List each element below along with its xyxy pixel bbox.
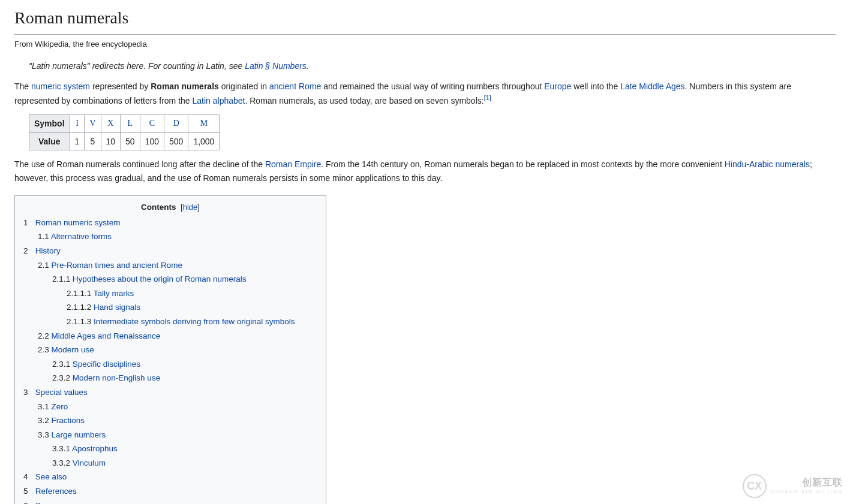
bold-roman-numerals: Roman numerals — [151, 82, 219, 91]
link-europe[interactable]: Europe — [544, 82, 571, 91]
toc-item: 3.3 Large numbers3.3.1 Apostrophus3.3.2 … — [38, 428, 317, 470]
toc-item: 2.1.1.2 Hand signals — [67, 301, 317, 314]
toc-sublist: 2.1 Pre-Roman times and ancient Rome2.1.… — [23, 259, 317, 385]
symbol-link[interactable]: I — [76, 119, 79, 128]
symbol-link[interactable]: D — [173, 119, 179, 128]
value-cell: 50 — [121, 132, 140, 150]
symbols-table: Symbol I V X L C D M Value 1 5 10 50 100… — [29, 114, 220, 150]
watermark-logo-icon: CX — [743, 474, 767, 498]
toc-link[interactable]: Tally marks — [94, 289, 134, 298]
value-cell: 1,000 — [188, 132, 220, 150]
toc-item: 3.1 Zero — [38, 400, 317, 414]
toc-number: 2.1.1.2 — [67, 301, 91, 314]
value-cell: 1 — [70, 132, 85, 150]
toc-number: 2.1 — [38, 259, 49, 272]
toc-link[interactable]: Zero — [52, 402, 68, 411]
toc-number: 2.3 — [38, 343, 49, 357]
toc-item: 1 Roman numeric system1.1 Alternative fo… — [23, 216, 317, 243]
toc-link[interactable]: Large numbers — [52, 430, 106, 439]
watermark: CX 创新互联 CHUANG XIN HU LIAN — [743, 474, 843, 498]
toc-number: 1.1 — [38, 230, 49, 243]
toc-item: 3 Special values3.1 Zero3.2 Fractions3.3… — [23, 386, 317, 470]
symbol-link[interactable]: M — [200, 119, 208, 128]
symbol-link[interactable]: X — [107, 119, 113, 128]
toc-number: 2.2 — [38, 330, 49, 343]
toc-number: 2 — [23, 245, 33, 258]
toc-link[interactable]: Modern non-English use — [73, 373, 160, 382]
toc-item: 2.1 Pre-Roman times and ancient Rome2.1.… — [38, 259, 317, 328]
toc-link[interactable]: Specific disciplines — [73, 360, 140, 369]
toc-number: 2.3.1 — [52, 358, 70, 371]
toc-item: 2.1.1.3 Intermediate symbols deriving fr… — [67, 315, 317, 328]
toc-sublist: 1.1 Alternative forms — [23, 230, 317, 243]
text: originated in — [219, 82, 269, 91]
toc-title-text: Contents — [141, 203, 176, 212]
toc-number: 5 — [23, 485, 33, 498]
table-row: Symbol I V X L C D M — [29, 115, 220, 132]
symbol-link[interactable]: C — [149, 119, 155, 128]
toc-link[interactable]: Roman numeric system — [35, 218, 121, 227]
toc-link[interactable]: References — [35, 487, 77, 496]
link-roman-empire[interactable]: Roman Empire — [265, 159, 321, 169]
toc-link[interactable]: Apostrophus — [72, 444, 118, 453]
toc-sublist: 2.3.1 Specific disciplines2.3.2 Modern n… — [38, 358, 317, 385]
link-numeric-system[interactable]: numeric system — [31, 82, 90, 91]
hatnote-prefix: "Latin numerals" redirects here. For cou… — [29, 61, 245, 71]
toc-item: 2 History2.1 Pre-Roman times and ancient… — [23, 245, 317, 385]
page-title: Roman numerals — [14, 5, 836, 35]
toc-link[interactable]: Special values — [35, 388, 88, 397]
toc-link[interactable]: Middle Ages and Renaissance — [52, 331, 161, 340]
toc-title: Contents [hide] — [23, 201, 317, 214]
toc-link[interactable]: Alternative forms — [51, 232, 112, 241]
toc-link[interactable]: Fractions — [52, 416, 85, 425]
toc-link[interactable]: Vinculum — [73, 458, 106, 467]
toc-link[interactable]: Sources — [35, 501, 65, 504]
text: well into the — [571, 82, 620, 91]
hatnote-suffix: . — [307, 61, 309, 71]
toc-number: 3.2 — [38, 414, 49, 427]
toc-item: 2.2 Middle Ages and Renaissance — [38, 330, 317, 343]
symbol-link[interactable]: L — [128, 119, 133, 128]
reference-1[interactable]: [1] — [484, 94, 491, 101]
toc-link[interactable]: Pre-Roman times and ancient Rome — [52, 261, 182, 270]
link-latin-numbers[interactable]: Latin § Numbers — [245, 61, 307, 71]
toc-sublist: 2.1.1 Hypotheses about the origin of Rom… — [38, 273, 317, 328]
link-late-middle-ages[interactable]: Late Middle Ages — [620, 82, 684, 91]
toc-link[interactable]: History — [35, 246, 61, 255]
link-ancient-rome[interactable]: ancient Rome — [269, 82, 321, 91]
watermark-main-text: 创新互联 — [802, 477, 843, 487]
toc-item: 3.2 Fractions — [38, 414, 317, 427]
symbol-link[interactable]: V — [89, 119, 95, 128]
toc-item: 2.3.2 Modern non-English use — [52, 372, 317, 385]
toc-link[interactable]: See also — [35, 472, 67, 481]
toc-item: 2.1.1.1 Tally marks — [67, 287, 317, 300]
intro-paragraph-2: The use of Roman numerals continued long… — [14, 158, 836, 185]
toc-hide-link[interactable]: hide — [183, 203, 198, 212]
toc-link[interactable]: Hand signals — [94, 303, 140, 312]
toc-number: 4 — [23, 470, 33, 484]
row-header-value: Value — [29, 132, 70, 150]
toc-number: 2.3.2 — [52, 372, 70, 385]
toc-list: 1 Roman numeric system1.1 Alternative fo… — [23, 216, 317, 504]
toc-number: 6 — [23, 499, 33, 504]
value-cell: 10 — [101, 132, 121, 150]
value-cell: 5 — [85, 132, 101, 150]
toc-number: 2.1.1.3 — [67, 315, 91, 328]
toc-item: 4 See also — [23, 470, 317, 484]
toc-item: 2.3 Modern use2.3.1 Specific disciplines… — [38, 343, 317, 385]
toc-link[interactable]: Hypotheses about the origin of Roman num… — [73, 274, 247, 283]
toc-item: 6 Sources — [23, 499, 317, 504]
text: . Roman numerals, as used today, are bas… — [245, 96, 483, 105]
toc-number: 3.3.1 — [52, 442, 70, 455]
toc-item: 1.1 Alternative forms — [38, 230, 317, 243]
watermark-sub-text: CHUANG XIN HU LIAN — [771, 489, 843, 494]
link-latin-alphabet[interactable]: Latin alphabet — [192, 96, 245, 105]
toc-number: 3.1 — [38, 400, 49, 414]
toc-link[interactable]: Modern use — [52, 345, 94, 354]
toc-link[interactable]: Intermediate symbols deriving from few o… — [94, 317, 295, 326]
toc-number: 3.3 — [38, 428, 49, 442]
toc-item: 2.3.1 Specific disciplines — [52, 358, 317, 371]
text: The — [14, 82, 31, 91]
link-hindu-arabic-numerals[interactable]: Hindu-Arabic numerals — [725, 159, 810, 169]
toc-number: 1 — [23, 216, 33, 230]
